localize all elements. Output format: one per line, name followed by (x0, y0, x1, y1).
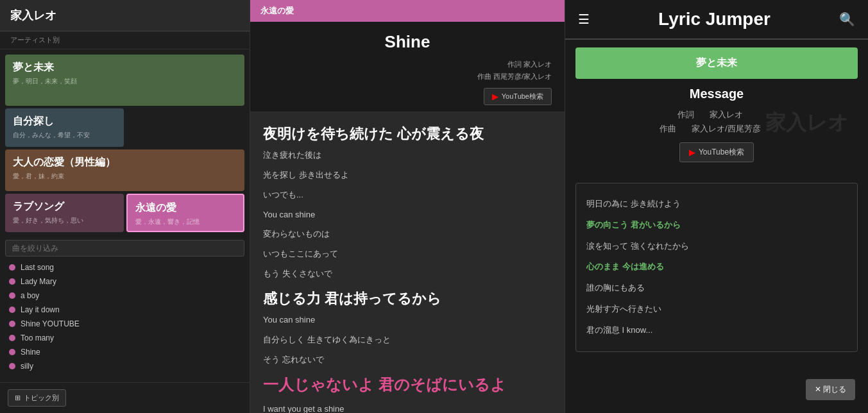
topic-tags-otona: 愛，君，妹，約束 (13, 172, 237, 181)
lyric-line-l9[interactable]: 感じる力 君は持ってるから (263, 287, 552, 310)
song-title-text: Lay it down (21, 305, 60, 314)
active-song-button[interactable]: 夢と未来 (575, 47, 858, 79)
lyric-line-l6[interactable]: 変わらないものは (263, 228, 552, 241)
youtube-search-btn-right[interactable]: ▶ YouTube検索 (679, 142, 754, 162)
right-lyricist-value: 家入レオ (710, 110, 743, 119)
song-dot (9, 307, 15, 313)
lyric-line-l13[interactable]: 一人じゃないよ 君のそばにいるよ (263, 373, 552, 397)
msg-line-ml7[interactable]: 君の溜息 I know... (586, 320, 847, 341)
song-item-lay-it-down[interactable]: Lay it down (5, 303, 244, 317)
song-title-text: Too many (21, 333, 54, 342)
song-dot (9, 335, 15, 341)
topic-card-jibun[interactable]: 自分探し 自分，みんな，希望，不安 (5, 108, 124, 147)
right-panel: ☰ Lyric Jumper 🔍 夢と未来 Message 作詞 家入レオ 作曲… (565, 0, 868, 413)
right-composer-value: 家入レオ/西尾芳彦 (692, 124, 761, 133)
left-footer: ⊞ トピック別 (0, 382, 250, 413)
song-item-last-song[interactable]: Last song (5, 260, 244, 274)
song-list: Last song Lady Mary a boy Lay it down Sh… (0, 260, 250, 382)
song-title-text: Shine YOUTUBE (21, 319, 80, 328)
hamburger-icon[interactable]: ☰ (578, 12, 590, 27)
left-subtitle: アーティスト別 (0, 31, 250, 49)
lyric-line-l1[interactable]: 夜明けを待ち続けた 心が震える夜 (263, 122, 552, 145)
song-filter-input[interactable] (5, 240, 244, 257)
song-dot (9, 264, 15, 271)
song-item-a-boy[interactable]: a boy (5, 289, 244, 303)
youtube-btn-label-right: YouTube検索 (699, 147, 744, 158)
topic-grid: 夢と未来 夢，明日，未来，笑顔 自分探し 自分，みんな，希望，不安 大人の恋愛（… (0, 49, 250, 237)
lyric-line-l11[interactable]: 自分らしく 生きてゆく為にきっと (263, 333, 552, 347)
message-section: Message 作詞 家入レオ 作曲 家入レオ/西尾芳彦 ▶ YouTube検索 (575, 87, 858, 173)
song-item-lady-mary[interactable]: Lady Mary (5, 274, 244, 289)
song-item-too-many[interactable]: Too many (5, 331, 244, 345)
lyric-line-l4[interactable]: いつでも... (263, 189, 552, 202)
lyricist-label: 作詞 (507, 60, 522, 68)
song-dot (9, 292, 15, 299)
artist-name: 家入レオ (0, 0, 250, 31)
message-title: Message (575, 87, 858, 101)
right-composer-label: 作曲 (660, 124, 676, 133)
lyric-line-l14[interactable]: I want you get a shine (263, 403, 552, 413)
topic-title-eternal: 永遠の愛 (135, 201, 236, 215)
song-dot (9, 349, 15, 355)
lyricist-credit: 作詞 家入レオ (263, 60, 552, 69)
topic-title-otona: 大人の恋愛（男性編） (13, 156, 237, 169)
youtube-icon-right: ▶ (689, 148, 695, 157)
right-lyricist-credit: 作詞 家入レオ (575, 109, 858, 121)
song-title-text: Lady Mary (21, 277, 56, 286)
topic-by-btn[interactable]: ⊞ トピック別 (8, 389, 66, 407)
topic-tags-eternal: 愛，永遠，響き，記憶 (135, 217, 236, 226)
lyric-line-l12[interactable]: そう 忘れないで (263, 353, 552, 367)
topic-card-eternal[interactable]: 永遠の愛 愛，永遠，響き，記憶 (126, 194, 245, 232)
song-title-text: a boy (21, 291, 39, 300)
msg-line-ml1[interactable]: 明日の為に 歩き続けよう (586, 194, 847, 215)
song-title-text: Shine (21, 348, 40, 357)
topic-card-yume[interactable]: 夢と未来 夢，明日，未来，笑顔 (5, 55, 244, 106)
song-dot (9, 363, 15, 369)
song-item-silly[interactable]: silly (5, 359, 244, 373)
close-btn-label: ✕ 閉じる (815, 384, 846, 395)
close-button[interactable]: ✕ 閉じる (806, 379, 855, 400)
right-content: Message 作詞 家入レオ 作曲 家入レオ/西尾芳彦 ▶ YouTube検索… (565, 87, 868, 413)
middle-panel: 永遠の愛 Shine 作詞 家入レオ 作曲 西尾芳彦/家入レオ ▶ YouTub… (250, 0, 565, 413)
topic-title-love: ラブソング (13, 200, 116, 214)
topic-tags-love: 愛，好き，気持ち，思い (13, 216, 116, 225)
song-item-shine-yt[interactable]: Shine YOUTUBE (5, 317, 244, 331)
topic-tags-jibun: 自分，みんな，希望，不安 (13, 131, 116, 140)
lyric-scroll[interactable]: 夜明けを待ち続けた 心が震える夜泣き疲れた後は光を探し 歩き出せるよいつでも..… (250, 112, 565, 413)
song-title-text: silly (21, 362, 33, 371)
song-dot (9, 321, 15, 327)
lyric-line-l8[interactable]: もう 失くさないで (263, 267, 552, 281)
topic-btn-label: トピック別 (24, 393, 59, 403)
composer-value: 西尾芳彦/家入レオ (493, 72, 552, 80)
topic-title-yume: 夢と未来 (13, 61, 237, 74)
song-item-shine[interactable]: Shine (5, 345, 244, 359)
lyric-line-l5[interactable]: You can shine (263, 208, 552, 222)
left-panel: 家入レオ アーティスト別 夢と未来 夢，明日，未来，笑顔 自分探し 自分，みんな… (0, 0, 250, 413)
song-title-text: Last song (21, 263, 54, 272)
song-header-bar[interactable]: 永遠の愛 (250, 0, 565, 22)
topic-card-otona[interactable]: 大人の恋愛（男性編） 愛，君，妹，約束 (5, 149, 244, 191)
lyric-line-l7[interactable]: いつもここにあって (263, 248, 552, 261)
app-title: Lyric Jumper (658, 9, 770, 30)
lyricist-value: 家入レオ (523, 60, 552, 68)
topic-card-love[interactable]: ラブソング 愛，好き，気持ち，思い (5, 194, 124, 232)
grid-icon: ⊞ (15, 394, 21, 402)
right-lyricist-label: 作詞 (677, 110, 694, 119)
song-info-area: Shine 作詞 家入レオ 作曲 西尾芳彦/家入レオ ▶ YouTube検索 (250, 22, 565, 112)
lyric-line-l10[interactable]: You can shine (263, 314, 552, 327)
song-title: Shine (263, 32, 552, 52)
msg-line-ml4[interactable]: 心のまま 今は進める (586, 257, 847, 278)
song-dot (9, 278, 15, 285)
youtube-icon-middle: ▶ (492, 92, 498, 101)
topic-tags-yume: 夢，明日，未来，笑顔 (13, 77, 237, 86)
msg-line-ml2[interactable]: 夢の向こう 君がいるから (586, 215, 847, 236)
youtube-search-btn-middle[interactable]: ▶ YouTube検索 (484, 88, 552, 105)
lyric-line-l3[interactable]: 光を探し 歩き出せるよ (263, 169, 552, 182)
msg-line-ml6[interactable]: 光射す方へ行きたい (586, 299, 847, 320)
msg-line-ml5[interactable]: 誰の胸にもある (586, 278, 847, 299)
search-icon[interactable]: 🔍 (839, 12, 855, 27)
lyric-line-l2[interactable]: 泣き疲れた後は (263, 149, 552, 162)
right-composer-credit: 作曲 家入レオ/西尾芳彦 (575, 123, 858, 135)
msg-line-ml3[interactable]: 涙を知って 強くなれたから (586, 236, 847, 257)
right-header: ☰ Lyric Jumper 🔍 (565, 0, 868, 40)
